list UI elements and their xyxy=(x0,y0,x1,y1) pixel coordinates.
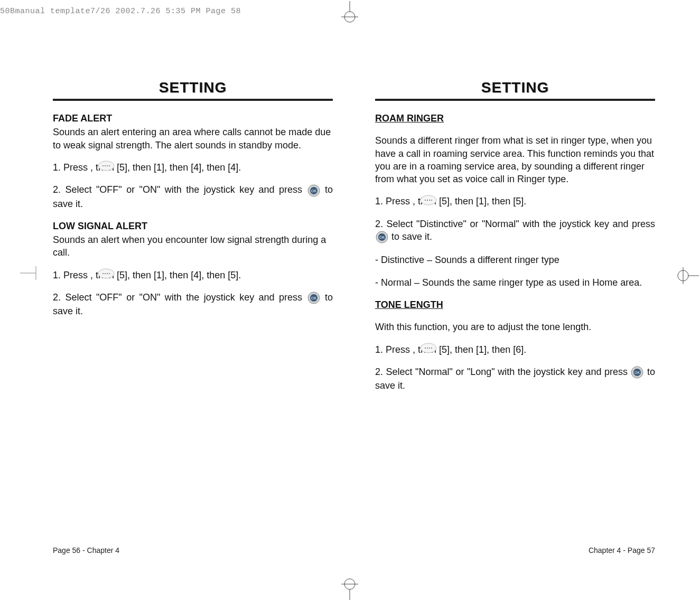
svg-point-11 xyxy=(98,161,114,171)
section-heading-text: SETTING xyxy=(481,79,549,96)
tone-step2-text-a: 2. Select "Normal" or "Long" with the jo… xyxy=(375,367,630,377)
crop-mark-right-icon xyxy=(676,264,699,287)
roam-note-normal: - Normal – Sounds the same ringer type a… xyxy=(375,276,655,289)
roam-step2-text-a: 2. Select "Distinctive" or "Normal" with… xyxy=(375,219,655,229)
svg-point-16 xyxy=(98,269,114,278)
ok-key-icon: OK xyxy=(307,183,321,197)
svg-text:OK: OK xyxy=(311,296,316,300)
tone-step1: 1. Press , then [5], then [1], then [6]. xyxy=(375,343,655,356)
ok-key-icon: OK xyxy=(307,291,321,305)
lowsig-step1-text: 1. Press , then [5], then [1], then [4],… xyxy=(53,270,241,280)
roam-ringer-description: Sounds a different ringer from what is s… xyxy=(375,134,655,185)
fade-alert-step2: 2. Select "OFF" or "ON" with the joystic… xyxy=(53,183,333,210)
fade-step1-text: 1. Press , then [5], then [1], then [4],… xyxy=(53,162,241,173)
left-page: SETTING FADE ALERT Sounds an alert enter… xyxy=(53,79,333,555)
menu-key-icon xyxy=(419,193,437,206)
file-header-line: 50Bmanual template7/26 2002.7.26 5:35 PM… xyxy=(0,7,241,16)
svg-point-21 xyxy=(421,195,436,205)
roam-note-distinctive: - Distinctive – Sounds a different ringe… xyxy=(375,253,655,266)
fade-alert-step1: 1. Press , then [5], then [1], then [4],… xyxy=(53,161,333,174)
roam-step2: 2. Select "Distinctive" or "Normal" with… xyxy=(375,218,655,245)
tone-step2: 2. Select "Normal" or "Long" with the jo… xyxy=(375,365,655,392)
fade-alert-heading: FADE ALERT xyxy=(53,112,333,125)
ok-key-icon: OK xyxy=(375,230,389,244)
roam-step1: 1. Press , then [5], then [1], then [5]. xyxy=(375,195,655,208)
svg-text:OK: OK xyxy=(634,371,640,374)
lowsig-step2-text-a: 2. Select "OFF" or "ON" with the joystic… xyxy=(53,292,307,303)
right-footer: Chapter 4 - Page 57 xyxy=(589,546,655,555)
roam-step1-text: 1. Press , then [5], then [1], then [5]. xyxy=(375,196,526,206)
fade-step2-text-a: 2. Select "OFF" or "ON" with the joystic… xyxy=(53,184,307,195)
fade-alert-description: Sounds an alert entering an area where c… xyxy=(53,126,333,152)
tone-length-heading: TONE LENGTH xyxy=(375,298,655,311)
ok-key-icon: OK xyxy=(630,365,644,379)
low-signal-description: Sounds an alert when you encounter low s… xyxy=(53,233,333,259)
low-signal-step1: 1. Press , then [5], then [1], then [4],… xyxy=(53,269,333,281)
svg-point-26 xyxy=(421,343,436,353)
roam-step2-text-b: to save it. xyxy=(391,231,432,242)
svg-text:OK: OK xyxy=(311,189,316,193)
section-heading-right: SETTING xyxy=(375,79,655,99)
menu-key-icon xyxy=(97,267,115,280)
crop-mark-top-icon xyxy=(338,1,361,24)
section-heading-left: SETTING xyxy=(53,79,333,99)
tone-step1-text: 1. Press , then [5], then [1], then [6]. xyxy=(375,344,526,355)
crop-mark-left-icon xyxy=(20,264,43,282)
low-signal-step2: 2. Select "OFF" or "ON" with the joystic… xyxy=(53,291,333,318)
roam-ringer-heading: ROAM RINGER xyxy=(375,112,655,125)
crop-mark-bottom-icon xyxy=(338,577,361,600)
menu-key-icon xyxy=(97,159,115,172)
tone-length-description: With this function, you are to adjust th… xyxy=(375,321,655,333)
low-signal-heading: LOW SIGNAL ALERT xyxy=(53,220,333,232)
menu-key-icon xyxy=(419,341,437,354)
left-footer: Page 56 - Chapter 4 xyxy=(53,546,119,555)
section-heading-text: SETTING xyxy=(159,79,227,96)
right-page: SETTING ROAM RINGER Sounds a different r… xyxy=(375,79,655,555)
svg-text:OK: OK xyxy=(379,236,385,239)
